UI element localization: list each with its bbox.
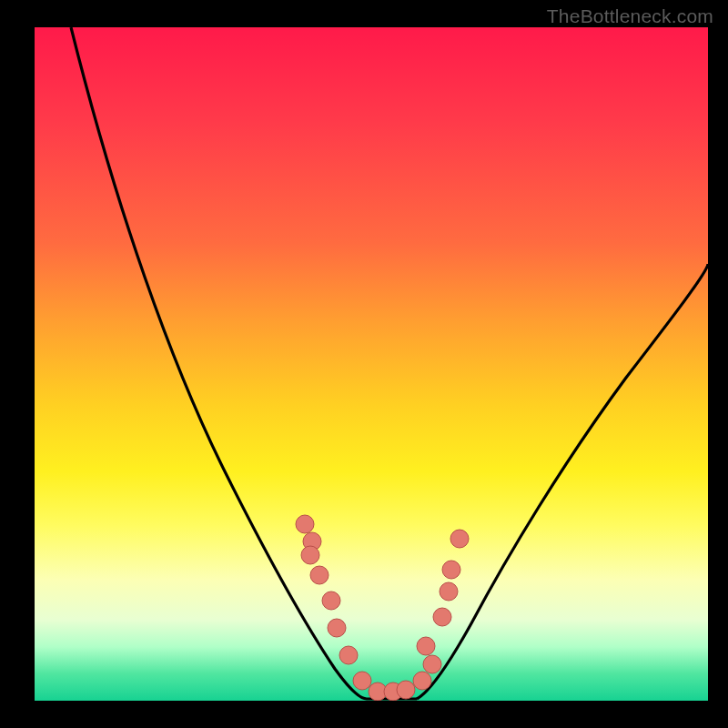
dot — [423, 655, 441, 673]
dot — [450, 530, 469, 548]
dot — [397, 681, 415, 699]
dot — [339, 646, 358, 664]
dot — [413, 672, 431, 690]
dot — [417, 637, 435, 655]
plot-area — [35, 27, 708, 701]
chart-svg — [35, 27, 708, 701]
dot — [442, 561, 460, 579]
dot — [440, 582, 458, 601]
dot — [433, 608, 451, 626]
dot — [301, 546, 319, 564]
dot — [328, 619, 346, 637]
dot — [353, 672, 371, 690]
watermark-text: TheBottleneck.com — [547, 5, 713, 27]
dot — [322, 592, 340, 610]
dot — [310, 566, 329, 584]
right-curve — [417, 264, 708, 699]
dot — [296, 515, 314, 533]
chart-frame: TheBottleneck.com — [0, 0, 728, 728]
